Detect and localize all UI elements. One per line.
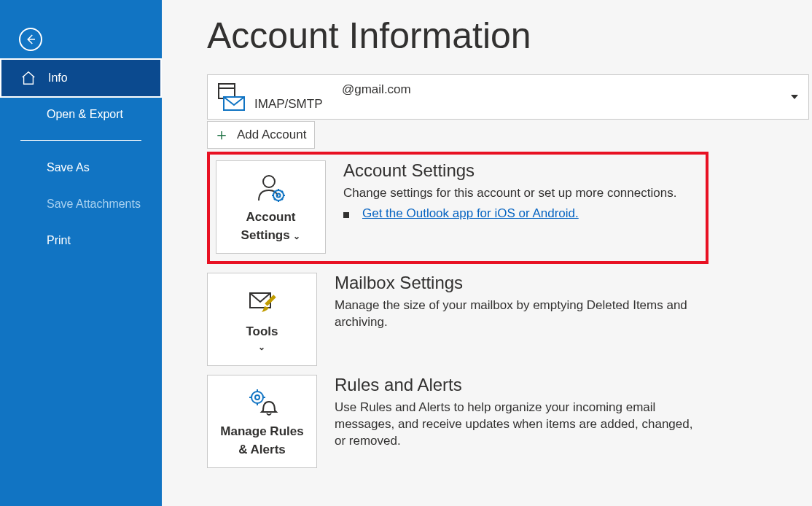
chevron-down-icon: ⌄ — [293, 231, 300, 241]
account-dropdown[interactable]: redacted@gmail.com IMAP/SMTP — [207, 74, 809, 120]
bullet-icon — [343, 212, 349, 218]
mailbox-icon — [215, 81, 247, 113]
manage-rules-tile[interactable]: Manage Rules & Alerts — [207, 375, 317, 468]
account-text: redacted@gmail.com IMAP/SMTP — [254, 82, 411, 112]
sidebar-item-info[interactable]: Info — [1, 60, 160, 96]
account-email: redacted@gmail.com — [254, 82, 411, 97]
home-icon — [20, 70, 36, 86]
rules-alerts-section: Manage Rules & Alerts Rules and Alerts U… — [207, 375, 703, 468]
sidebar-item-label: Info — [48, 71, 68, 85]
sidebar-item-label: Open & Export — [47, 108, 123, 121]
person-gear-icon — [254, 171, 288, 205]
account-protocol: IMAP/SMTP — [254, 97, 411, 112]
backstage-sidebar: Info Open & Export Save As Save Attachme… — [0, 0, 162, 506]
svg-line-12 — [274, 198, 276, 200]
chevron-down-icon — [791, 95, 798, 99]
back-button[interactable] — [19, 28, 42, 51]
sidebar-item-save-as[interactable]: Save As — [0, 149, 162, 186]
rules-alerts-title: Rules and Alerts — [335, 375, 703, 395]
account-settings-desc: Change settings for this account or set … — [343, 185, 700, 202]
mailbox-settings-title: Mailbox Settings — [335, 273, 703, 293]
tools-tile[interactable]: Tools ⌄ — [207, 273, 317, 366]
plus-icon: ＋ — [214, 124, 230, 146]
svg-point-3 — [263, 176, 275, 187]
account-settings-section: Account Settings ⌄ Account Settings Chan… — [207, 152, 708, 264]
sidebar-item-open-export[interactable]: Open & Export — [0, 96, 162, 133]
outlook-app-link[interactable]: Get the Outlook app for iOS or Android. — [362, 206, 579, 221]
svg-line-10 — [274, 191, 276, 192]
add-account-button[interactable]: ＋ Add Account — [207, 121, 315, 149]
account-settings-tile[interactable]: Account Settings ⌄ — [216, 160, 326, 254]
svg-line-11 — [281, 198, 283, 200]
mailbox-brush-icon — [246, 286, 279, 319]
sidebar-item-label: Save Attachments — [47, 198, 141, 211]
page-title: Account Information — [207, 15, 812, 57]
svg-point-16 — [255, 395, 259, 400]
mailbox-settings-section: Tools ⌄ Mailbox Settings Manage the size… — [207, 273, 703, 366]
svg-line-13 — [281, 191, 283, 192]
sidebar-item-label: Print — [47, 234, 71, 247]
sidebar-item-save-attachments: Save Attachments — [0, 186, 162, 222]
sidebar-item-print[interactable]: Print — [0, 222, 162, 259]
main-content: Account Information redacted@gmail.com I… — [162, 0, 812, 506]
gear-bell-icon — [246, 386, 279, 419]
svg-point-15 — [251, 392, 263, 403]
rules-alerts-desc: Use Rules and Alerts to help organize yo… — [335, 400, 703, 450]
add-account-label: Add Account — [237, 128, 306, 142]
mailbox-settings-desc: Manage the size of your mailbox by empty… — [335, 297, 703, 331]
sidebar-item-label: Save As — [47, 161, 90, 174]
chevron-down-icon: ⌄ — [258, 342, 265, 353]
account-settings-title: Account Settings — [343, 160, 700, 181]
sidebar-separator — [20, 140, 141, 141]
svg-point-5 — [276, 193, 280, 197]
